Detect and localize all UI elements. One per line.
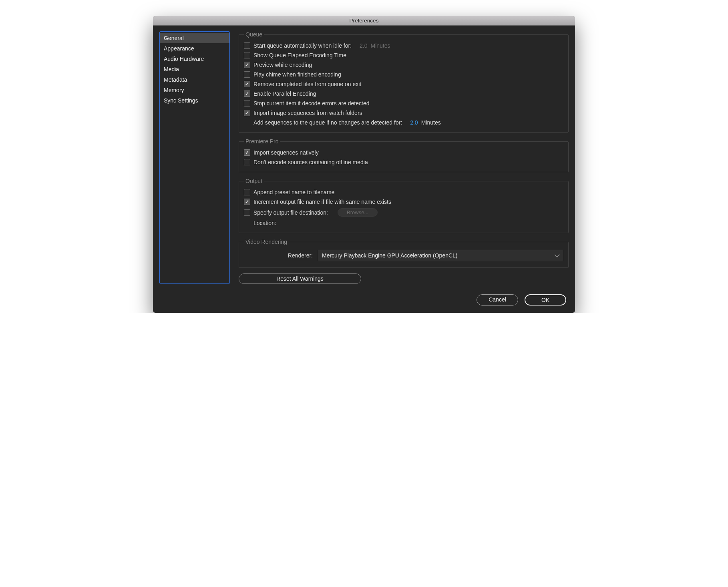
cancel-button[interactable]: Cancel (477, 294, 518, 306)
checkbox-import-native[interactable] (244, 149, 250, 156)
row-start-auto: Start queue automatically when idle for:… (244, 41, 563, 50)
content-pane: Queue Start queue automatically when idl… (239, 31, 569, 284)
group-premiere-legend: Premiere Pro (244, 138, 280, 145)
row-add-sequences: Add sequences to the queue if no changes… (244, 118, 563, 127)
label-increment: Increment output file name if file with … (253, 199, 391, 205)
select-renderer[interactable]: Mercury Playback Engine GPU Acceleration… (318, 250, 563, 261)
checkbox-show-elapsed[interactable] (244, 52, 250, 58)
label-start-auto: Start queue automatically when idle for: (253, 42, 352, 49)
row-show-elapsed: Show Queue Elapsed Encoding Time (244, 50, 563, 60)
reset-row: Reset All Warnings (239, 273, 569, 284)
ok-button[interactable]: OK (525, 294, 566, 306)
label-dont-encode-offline: Don't encode sources containing offline … (253, 159, 368, 165)
checkbox-preview[interactable] (244, 62, 250, 68)
row-import-native: Import sequences natively (244, 148, 563, 157)
checkbox-play-chime[interactable] (244, 71, 250, 78)
reset-warnings-button[interactable]: Reset All Warnings (239, 273, 361, 284)
window-title: Preferences (350, 18, 379, 24)
label-location: Location: (253, 220, 276, 226)
sidebar-item-audio-hardware[interactable]: Audio Hardware (160, 54, 229, 64)
row-play-chime: Play chime when finished encoding (244, 70, 563, 79)
row-append-preset: Append preset name to filename (244, 187, 563, 197)
sidebar-item-appearance[interactable]: Appearance (160, 43, 229, 54)
checkbox-parallel[interactable] (244, 90, 250, 97)
value-add-sequences[interactable]: 2.0 (410, 119, 418, 126)
group-video-rendering: Video Rendering Renderer: Mercury Playba… (239, 239, 569, 268)
sidebar: GeneralAppearanceAudio HardwareMediaMeta… (159, 31, 230, 284)
row-increment: Increment output file name if file with … (244, 197, 563, 207)
label-stop-on-error: Stop current item if decode errors are d… (253, 100, 369, 107)
row-stop-on-error: Stop current item if decode errors are d… (244, 99, 563, 108)
row-specify-dest: Specify output file destination: Browse.… (244, 207, 563, 218)
label-play-chime: Play chime when finished encoding (253, 71, 341, 78)
footer: Cancel OK (153, 290, 575, 313)
group-output-legend: Output (244, 178, 264, 184)
row-renderer: Renderer: Mercury Playback Engine GPU Ac… (244, 248, 563, 263)
row-preview: Preview while encoding (244, 60, 563, 70)
checkbox-import-image-seq[interactable] (244, 110, 250, 116)
row-parallel: Enable Parallel Encoding (244, 89, 563, 99)
label-remove-completed: Remove completed files from queue on exi… (253, 81, 361, 87)
select-renderer-value: Mercury Playback Engine GPU Acceleration… (322, 252, 457, 259)
sidebar-item-media[interactable]: Media (160, 64, 229, 74)
unit-start-auto: Minutes (371, 42, 390, 49)
sidebar-item-sync-settings[interactable]: Sync Settings (160, 95, 229, 106)
row-remove-completed: Remove completed files from queue on exi… (244, 79, 563, 89)
unit-add-sequences: Minutes (421, 119, 441, 126)
checkbox-start-auto[interactable] (244, 42, 250, 49)
value-start-auto[interactable]: 2.0 (360, 42, 367, 49)
group-queue-legend: Queue (244, 31, 264, 38)
checkbox-remove-completed[interactable] (244, 81, 250, 87)
label-add-sequences: Add sequences to the queue if no changes… (253, 119, 402, 126)
checkbox-increment[interactable] (244, 199, 250, 205)
sidebar-item-memory[interactable]: Memory (160, 85, 229, 95)
preferences-window: Preferences GeneralAppearanceAudio Hardw… (153, 16, 575, 313)
window-titlebar: Preferences (153, 16, 575, 26)
sidebar-item-metadata[interactable]: Metadata (160, 74, 229, 85)
label-specify-dest: Specify output file destination: (253, 209, 328, 216)
browse-button[interactable]: Browse... (338, 208, 378, 217)
checkbox-dont-encode-offline[interactable] (244, 159, 250, 165)
row-import-image-seq: Import image sequences from watch folder… (244, 108, 563, 118)
label-append-preset: Append preset name to filename (253, 189, 334, 195)
checkbox-specify-dest[interactable] (244, 209, 250, 216)
sidebar-item-general[interactable]: General (160, 33, 229, 43)
label-import-image-seq: Import image sequences from watch folder… (253, 110, 362, 116)
row-location: Location: (244, 218, 563, 228)
checkbox-append-preset[interactable] (244, 189, 250, 195)
label-preview: Preview while encoding (253, 62, 312, 68)
checkbox-stop-on-error[interactable] (244, 100, 250, 107)
label-show-elapsed: Show Queue Elapsed Encoding Time (253, 52, 346, 58)
group-queue: Queue Start queue automatically when idl… (239, 31, 569, 133)
label-parallel: Enable Parallel Encoding (253, 90, 316, 97)
row-dont-encode-offline: Don't encode sources containing offline … (244, 157, 563, 167)
label-renderer: Renderer: (244, 252, 313, 259)
group-premiere: Premiere Pro Import sequences natively D… (239, 138, 569, 172)
group-output: Output Append preset name to filename In… (239, 178, 569, 233)
group-video-legend: Video Rendering (244, 239, 289, 245)
label-import-native: Import sequences natively (253, 149, 319, 156)
